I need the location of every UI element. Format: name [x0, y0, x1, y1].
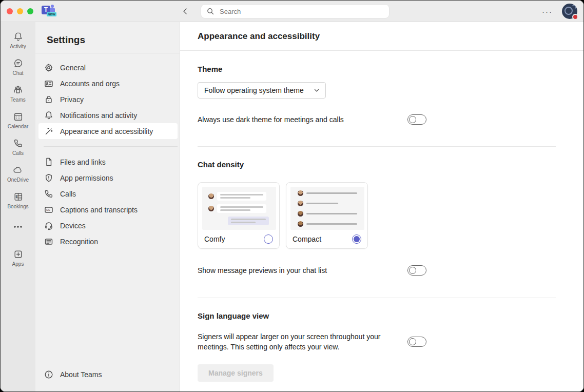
- calendar-icon: [13, 111, 24, 122]
- gear-icon: [44, 63, 54, 73]
- dark-theme-toggle[interactable]: [407, 114, 426, 125]
- settings-group-1: General Accounts and orgs Privacy Notifi…: [35, 53, 180, 145]
- settings-main-panel: Appearance and accessibility Theme Follo…: [180, 22, 583, 391]
- headset-icon: [44, 221, 54, 231]
- sidebar-item-accounts-and-orgs[interactable]: Accounts and orgs: [38, 75, 178, 91]
- theme-dropdown-value: Follow operating system theme: [204, 86, 304, 94]
- svg-text:B: B: [16, 195, 18, 198]
- rail-item-bookings[interactable]: B Bookings: [2, 187, 34, 214]
- chat-bubble-icon: [13, 58, 24, 69]
- sidebar-item-files-and-links[interactable]: Files and links: [38, 154, 178, 170]
- sidebar-item-about-teams[interactable]: About Teams: [38, 366, 178, 382]
- back-button[interactable]: [180, 6, 190, 16]
- bookings-icon: B: [13, 191, 24, 202]
- avatar: [298, 190, 303, 196]
- rail-item-calls[interactable]: Calls: [2, 134, 34, 161]
- section-divider: [198, 146, 556, 147]
- document-lines-icon: [44, 237, 54, 247]
- apps-plus-icon: [13, 249, 24, 260]
- rail-more-button[interactable]: [2, 218, 34, 238]
- density-option-compact[interactable]: Compact: [286, 182, 368, 249]
- compact-preview-illustration: [290, 187, 364, 230]
- settings-group-2: Files and links App permissions Calls CC…: [35, 148, 180, 256]
- minimize-window-button[interactable]: [17, 8, 23, 14]
- sidebar-item-general[interactable]: General: [38, 60, 178, 75]
- avatar: [208, 193, 214, 199]
- page-title: Appearance and accessibility: [198, 31, 320, 42]
- comfy-label: Comfy: [204, 235, 225, 243]
- message-previews-toggle-label: Show message previews in your chat list: [198, 265, 327, 276]
- compact-label: Compact: [293, 235, 321, 243]
- sidebar-item-privacy[interactable]: Privacy: [38, 91, 178, 107]
- more-ellipsis-icon: [13, 225, 23, 228]
- shield-icon: [44, 173, 54, 183]
- traffic-lights: [7, 8, 33, 14]
- new-badge: NEW: [47, 12, 56, 16]
- rail-item-onedrive[interactable]: OneDrive: [2, 161, 34, 187]
- chevron-down-icon: [313, 87, 320, 94]
- rail-item-calendar[interactable]: Calendar: [2, 107, 34, 134]
- cc-icon: CC: [44, 205, 54, 215]
- title-bar: T NEW Search ···: [1, 1, 583, 22]
- presence-busy-badge: [572, 14, 578, 20]
- density-option-comfy[interactable]: Comfy: [198, 182, 280, 249]
- bell-icon: [13, 31, 24, 42]
- settings-sidebar: Settings General Accounts and orgs Priva…: [35, 22, 180, 391]
- chat-density-heading: Chat density: [198, 160, 556, 169]
- settings-content: Theme Follow operating system theme Alwa…: [180, 51, 583, 391]
- compact-radio[interactable]: [352, 234, 361, 244]
- sidebar-item-app-permissions[interactable]: App permissions: [38, 170, 178, 186]
- phone-icon: [44, 189, 54, 199]
- avatar: [208, 206, 214, 211]
- rail-item-apps[interactable]: Apps: [2, 245, 34, 271]
- close-window-button[interactable]: [7, 8, 13, 14]
- more-options-button[interactable]: ···: [542, 7, 553, 16]
- sidebar-item-devices[interactable]: Devices: [38, 218, 178, 233]
- sidebar-item-calls[interactable]: Calls: [38, 186, 178, 202]
- file-icon: [44, 157, 54, 167]
- cloud-icon: [12, 165, 24, 175]
- rail-item-chat[interactable]: Chat: [2, 54, 34, 81]
- avatar: [298, 201, 303, 206]
- sidebar-item-notifications[interactable]: Notifications and activity: [38, 107, 178, 123]
- sidebar-item-appearance-and-accessibility[interactable]: Appearance and accessibility: [38, 123, 178, 139]
- section-divider: [198, 298, 556, 298]
- comfy-radio[interactable]: [264, 234, 273, 244]
- manage-signers-button[interactable]: Manage signers: [198, 364, 274, 382]
- zoom-window-button[interactable]: [27, 8, 33, 14]
- avatar: [298, 211, 303, 217]
- avatar: [298, 221, 303, 227]
- search-input[interactable]: Search: [201, 4, 390, 18]
- sidebar-group-divider: [44, 146, 178, 147]
- sidebar-item-captions-and-transcripts[interactable]: CC Captions and transcripts: [38, 202, 178, 218]
- teams-window: T NEW Search ··· Activity: [0, 0, 584, 392]
- info-icon: [44, 369, 54, 380]
- avatar[interactable]: [562, 4, 577, 19]
- search-icon: [206, 7, 215, 15]
- sign-language-heading: Sign language view: [198, 311, 556, 320]
- theme-dropdown[interactable]: Follow operating system theme: [198, 82, 326, 99]
- rail-item-teams[interactable]: Teams: [2, 81, 34, 107]
- lock-icon: [44, 94, 54, 105]
- svg-text:CC: CC: [46, 208, 50, 211]
- message-previews-toggle[interactable]: [407, 265, 426, 276]
- people-icon: [12, 85, 24, 95]
- wand-icon: [44, 126, 54, 136]
- app-rail: Activity Chat Teams Calendar Calls OneDr…: [1, 22, 35, 391]
- teams-logo-people: [50, 5, 56, 12]
- teams-app-icon: T NEW: [42, 5, 57, 18]
- settings-title: Settings: [47, 34, 180, 46]
- search-placeholder: Search: [220, 8, 241, 15]
- sign-language-description: Signers will appear larger on your scree…: [198, 331, 391, 352]
- rail-item-activity[interactable]: Activity: [2, 27, 34, 54]
- phone-icon: [13, 138, 24, 149]
- dark-theme-toggle-label: Always use dark theme for meetings and c…: [198, 114, 344, 125]
- id-card-icon: [44, 79, 54, 89]
- main-header: Appearance and accessibility: [180, 22, 583, 51]
- sign-language-toggle[interactable]: [407, 337, 426, 347]
- sidebar-item-recognition[interactable]: Recognition: [38, 233, 178, 249]
- theme-heading: Theme: [198, 65, 556, 73]
- comfy-preview-illustration: [202, 187, 276, 230]
- bell-icon: [44, 110, 54, 121]
